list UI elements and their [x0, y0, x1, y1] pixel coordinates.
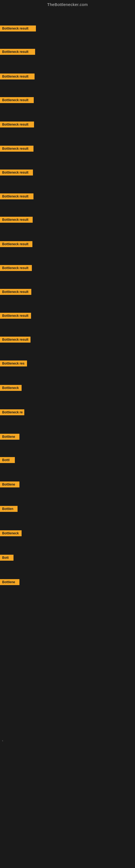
bottleneck-label-18: Bottlene	[0, 434, 19, 440]
bottleneck-label-6: Bottleneck result	[0, 146, 34, 152]
bottleneck-label-21: Bottlen	[0, 506, 17, 512]
bottleneck-bar-19: Bottl	[0, 457, 15, 463]
bottleneck-label-10: Bottleneck result	[0, 241, 32, 247]
bottleneck-bar-1: Bottleneck result	[0, 26, 36, 31]
bottleneck-label-3: Bottleneck result	[0, 73, 35, 80]
bottleneck-label-19: Bottl	[0, 457, 15, 463]
bottleneck-label-14: Bottleneck result	[0, 337, 31, 343]
site-title: TheBottlenecker.com	[47, 2, 88, 7]
bottleneck-label-23: Bott	[0, 555, 13, 561]
bottleneck-label-17: Bottleneck re	[0, 409, 24, 415]
bottleneck-bar-3: Bottleneck result	[0, 73, 35, 80]
bottleneck-label-11: Bottleneck result	[0, 265, 32, 271]
bottleneck-bar-15: Bottleneck res	[0, 361, 27, 367]
bottleneck-label-12: Bottleneck result	[0, 289, 31, 295]
bottleneck-label-16: Bottleneck	[0, 385, 21, 391]
bottleneck-bar-21: Bottlen	[0, 506, 17, 512]
bottleneck-label-22: Bottleneck	[0, 530, 21, 536]
bottleneck-bar-16: Bottleneck	[0, 385, 21, 391]
bottleneck-label-15: Bottleneck res	[0, 361, 27, 367]
bottleneck-bar-6: Bottleneck result	[0, 146, 34, 152]
bottleneck-label-9: Bottleneck result	[0, 217, 33, 223]
bottleneck-bar-13: Bottleneck result	[0, 313, 31, 319]
bottleneck-bar-22: Bottleneck	[0, 530, 21, 536]
site-header: TheBottlenecker.com	[0, 0, 135, 10]
bottleneck-bar-4: Bottleneck result	[0, 97, 34, 103]
bottleneck-bar-17: Bottleneck re	[0, 409, 24, 415]
bottleneck-label-1: Bottleneck result	[0, 26, 36, 31]
bottleneck-label-20: Bottlene	[0, 482, 19, 488]
bottleneck-bar-12: Bottleneck result	[0, 289, 31, 295]
bottleneck-bar-14: Bottleneck result	[0, 337, 31, 343]
tiny-label: c	[2, 740, 3, 742]
bottleneck-bar-20: Bottlene	[0, 482, 19, 488]
bottleneck-bar-24: Bottlene	[0, 579, 19, 585]
bottleneck-label-5: Bottleneck result	[0, 122, 34, 127]
bottleneck-bar-11: Bottleneck result	[0, 265, 32, 271]
bottleneck-label-13: Bottleneck result	[0, 313, 31, 319]
bottleneck-bar-5: Bottleneck result	[0, 122, 34, 127]
bottleneck-bar-18: Bottlene	[0, 434, 19, 440]
bottleneck-bar-9: Bottleneck result	[0, 217, 33, 223]
bottleneck-label-24: Bottlene	[0, 579, 19, 585]
bottleneck-bar-23: Bott	[0, 555, 13, 561]
bottleneck-bar-10: Bottleneck result	[0, 241, 32, 247]
bottleneck-label-8: Bottleneck result	[0, 193, 34, 199]
bottleneck-bar-2: Bottleneck result	[0, 49, 35, 55]
bottleneck-label-2: Bottleneck result	[0, 49, 35, 55]
bottleneck-label-4: Bottleneck result	[0, 97, 34, 103]
bottleneck-bar-7: Bottleneck result	[0, 169, 33, 176]
bottleneck-bar-8: Bottleneck result	[0, 193, 34, 199]
bottleneck-label-7: Bottleneck result	[0, 169, 33, 176]
